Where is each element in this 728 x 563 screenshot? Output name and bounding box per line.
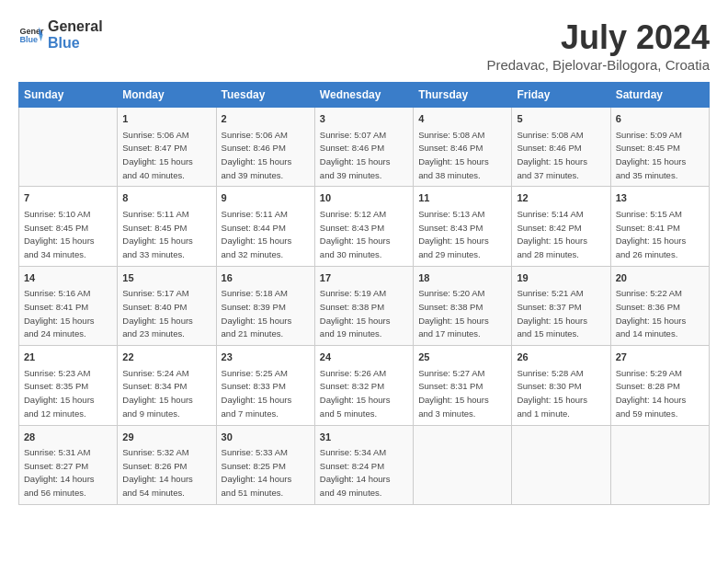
calendar-cell: 6Sunrise: 5:09 AM Sunset: 8:45 PM Daylig… xyxy=(610,108,709,187)
weekday-header-friday: Friday xyxy=(512,83,610,108)
day-number: 31 xyxy=(320,430,408,445)
weekday-header-row: SundayMondayTuesdayWednesdayThursdayFrid… xyxy=(19,83,710,108)
calendar-week-row: 1Sunrise: 5:06 AM Sunset: 8:47 PM Daylig… xyxy=(19,108,710,187)
calendar-week-row: 28Sunrise: 5:31 AM Sunset: 8:27 PM Dayli… xyxy=(19,425,710,504)
day-info: Sunrise: 5:12 AM Sunset: 8:43 PM Dayligh… xyxy=(320,208,408,262)
calendar-cell: 1Sunrise: 5:06 AM Sunset: 8:47 PM Daylig… xyxy=(118,108,216,187)
day-info: Sunrise: 5:13 AM Sunset: 8:43 PM Dayligh… xyxy=(418,208,506,262)
day-number: 26 xyxy=(517,350,605,365)
calendar-week-row: 21Sunrise: 5:23 AM Sunset: 8:35 PM Dayli… xyxy=(19,346,710,425)
calendar-cell: 17Sunrise: 5:19 AM Sunset: 8:38 PM Dayli… xyxy=(314,266,413,345)
calendar-cell: 24Sunrise: 5:26 AM Sunset: 8:32 PM Dayli… xyxy=(314,346,413,425)
calendar-cell: 27Sunrise: 5:29 AM Sunset: 8:28 PM Dayli… xyxy=(610,346,709,425)
calendar-cell: 10Sunrise: 5:12 AM Sunset: 8:43 PM Dayli… xyxy=(314,187,413,266)
calendar-cell xyxy=(512,425,610,504)
weekday-header-sunday: Sunday xyxy=(19,83,118,108)
day-number: 28 xyxy=(24,430,112,445)
calendar-cell: 12Sunrise: 5:14 AM Sunset: 8:42 PM Dayli… xyxy=(512,187,610,266)
calendar-cell: 20Sunrise: 5:22 AM Sunset: 8:36 PM Dayli… xyxy=(610,266,709,345)
svg-text:Blue: Blue xyxy=(19,35,38,44)
day-info: Sunrise: 5:08 AM Sunset: 8:46 PM Dayligh… xyxy=(517,129,605,183)
calendar-week-row: 14Sunrise: 5:16 AM Sunset: 8:41 PM Dayli… xyxy=(19,266,710,345)
calendar-cell xyxy=(610,425,709,504)
calendar-cell: 5Sunrise: 5:08 AM Sunset: 8:46 PM Daylig… xyxy=(512,108,610,187)
day-info: Sunrise: 5:23 AM Sunset: 8:35 PM Dayligh… xyxy=(24,367,112,421)
calendar-week-row: 7Sunrise: 5:10 AM Sunset: 8:45 PM Daylig… xyxy=(19,187,710,266)
day-info: Sunrise: 5:31 AM Sunset: 8:27 PM Dayligh… xyxy=(24,446,112,500)
calendar-cell: 23Sunrise: 5:25 AM Sunset: 8:33 PM Dayli… xyxy=(216,346,314,425)
day-info: Sunrise: 5:11 AM Sunset: 8:45 PM Dayligh… xyxy=(122,208,210,262)
day-number: 29 xyxy=(122,430,210,445)
day-number: 18 xyxy=(418,270,506,286)
day-info: Sunrise: 5:34 AM Sunset: 8:24 PM Dayligh… xyxy=(320,446,408,500)
calendar-cell: 16Sunrise: 5:18 AM Sunset: 8:39 PM Dayli… xyxy=(216,266,314,345)
calendar-cell: 14Sunrise: 5:16 AM Sunset: 8:41 PM Dayli… xyxy=(19,266,118,345)
day-number: 9 xyxy=(222,190,310,206)
day-number: 6 xyxy=(616,111,704,127)
calendar-cell: 11Sunrise: 5:13 AM Sunset: 8:43 PM Dayli… xyxy=(414,187,512,266)
day-info: Sunrise: 5:11 AM Sunset: 8:44 PM Dayligh… xyxy=(222,208,310,262)
title-block: July 2024 Predavac, Bjelovar-Bilogora, C… xyxy=(486,18,710,73)
calendar-cell: 29Sunrise: 5:32 AM Sunset: 8:26 PM Dayli… xyxy=(118,425,216,504)
weekday-header-monday: Monday xyxy=(118,83,216,108)
day-info: Sunrise: 5:24 AM Sunset: 8:34 PM Dayligh… xyxy=(122,367,210,421)
day-info: Sunrise: 5:25 AM Sunset: 8:33 PM Dayligh… xyxy=(222,367,310,421)
day-info: Sunrise: 5:29 AM Sunset: 8:28 PM Dayligh… xyxy=(616,367,704,421)
day-number: 11 xyxy=(418,190,506,206)
calendar-cell xyxy=(19,108,118,187)
day-number: 22 xyxy=(122,350,210,365)
day-number: 15 xyxy=(122,270,210,286)
day-number: 30 xyxy=(222,430,310,445)
day-info: Sunrise: 5:32 AM Sunset: 8:26 PM Dayligh… xyxy=(122,446,210,500)
day-number: 16 xyxy=(222,270,310,286)
calendar-cell: 18Sunrise: 5:20 AM Sunset: 8:38 PM Dayli… xyxy=(414,266,512,345)
calendar-cell: 3Sunrise: 5:07 AM Sunset: 8:46 PM Daylig… xyxy=(314,108,413,187)
day-number: 4 xyxy=(418,111,506,127)
calendar-cell: 13Sunrise: 5:15 AM Sunset: 8:41 PM Dayli… xyxy=(610,187,709,266)
day-number: 19 xyxy=(517,270,605,286)
calendar-cell: 30Sunrise: 5:33 AM Sunset: 8:25 PM Dayli… xyxy=(216,425,314,504)
calendar-cell: 31Sunrise: 5:34 AM Sunset: 8:24 PM Dayli… xyxy=(314,425,413,504)
day-number: 21 xyxy=(24,350,112,365)
day-number: 13 xyxy=(616,190,704,206)
day-info: Sunrise: 5:07 AM Sunset: 8:46 PM Dayligh… xyxy=(320,129,408,183)
logo-icon: General Blue xyxy=(18,22,44,48)
month-title: July 2024 xyxy=(486,18,710,57)
day-number: 17 xyxy=(320,270,408,286)
day-number: 7 xyxy=(24,190,112,206)
svg-marker-3 xyxy=(39,35,42,41)
day-info: Sunrise: 5:22 AM Sunset: 8:36 PM Dayligh… xyxy=(616,287,704,341)
calendar-cell: 25Sunrise: 5:27 AM Sunset: 8:31 PM Dayli… xyxy=(414,346,512,425)
day-info: Sunrise: 5:10 AM Sunset: 8:45 PM Dayligh… xyxy=(24,208,112,262)
day-number: 24 xyxy=(320,350,408,365)
day-number: 20 xyxy=(616,270,704,286)
day-info: Sunrise: 5:18 AM Sunset: 8:39 PM Dayligh… xyxy=(222,287,310,341)
calendar-cell xyxy=(414,425,512,504)
day-info: Sunrise: 5:06 AM Sunset: 8:46 PM Dayligh… xyxy=(222,129,310,183)
day-number: 14 xyxy=(24,270,112,286)
day-info: Sunrise: 5:16 AM Sunset: 8:41 PM Dayligh… xyxy=(24,287,112,341)
calendar-cell: 9Sunrise: 5:11 AM Sunset: 8:44 PM Daylig… xyxy=(216,187,314,266)
day-number: 12 xyxy=(517,190,605,206)
day-number: 27 xyxy=(616,350,704,365)
day-info: Sunrise: 5:14 AM Sunset: 8:42 PM Dayligh… xyxy=(517,208,605,262)
day-info: Sunrise: 5:26 AM Sunset: 8:32 PM Dayligh… xyxy=(320,367,408,421)
calendar-cell: 26Sunrise: 5:28 AM Sunset: 8:30 PM Dayli… xyxy=(512,346,610,425)
calendar-cell: 28Sunrise: 5:31 AM Sunset: 8:27 PM Dayli… xyxy=(19,425,118,504)
logo-general-text: General xyxy=(48,18,103,35)
day-info: Sunrise: 5:28 AM Sunset: 8:30 PM Dayligh… xyxy=(517,367,605,421)
day-number: 23 xyxy=(222,350,310,365)
day-number: 10 xyxy=(320,190,408,206)
calendar-cell: 21Sunrise: 5:23 AM Sunset: 8:35 PM Dayli… xyxy=(19,346,118,425)
weekday-header-saturday: Saturday xyxy=(610,83,709,108)
weekday-header-wednesday: Wednesday xyxy=(314,83,413,108)
calendar-cell: 15Sunrise: 5:17 AM Sunset: 8:40 PM Dayli… xyxy=(118,266,216,345)
calendar-table: SundayMondayTuesdayWednesdayThursdayFrid… xyxy=(18,82,710,505)
logo: General Blue General Blue xyxy=(18,18,103,51)
day-number: 25 xyxy=(418,350,506,365)
calendar-body: 1Sunrise: 5:06 AM Sunset: 8:47 PM Daylig… xyxy=(19,108,710,505)
day-number: 2 xyxy=(222,111,310,127)
day-info: Sunrise: 5:19 AM Sunset: 8:38 PM Dayligh… xyxy=(320,287,408,341)
weekday-header-thursday: Thursday xyxy=(414,83,512,108)
calendar-cell: 19Sunrise: 5:21 AM Sunset: 8:37 PM Dayli… xyxy=(512,266,610,345)
